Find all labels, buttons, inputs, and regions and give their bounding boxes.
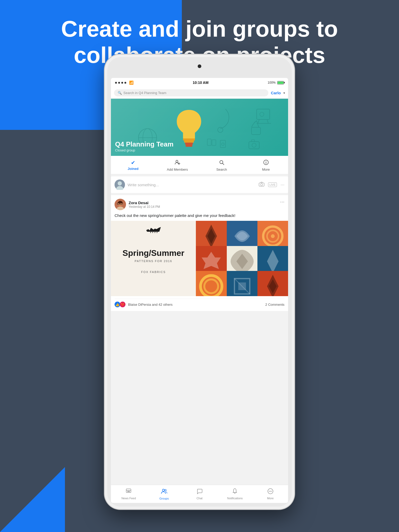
post-image-container: Spring/Summer PATTERNS FOR 2016 FOX FABR… [111,221,288,296]
post-image-right [196,221,288,296]
compose-placeholder[interactable]: Write something... [128,183,256,187]
feed-scroll[interactable]: Q4 Planning Team Closed group ✔︎ Joined [111,99,288,483]
post-menu-icon[interactable]: ··· [280,199,284,205]
pattern-cell-7 [196,271,227,296]
svg-point-28 [266,161,266,162]
feed-post: Zora Desai Yesterday at 10:14 PM ··· Che… [111,195,288,311]
post-author-details: Zora Desai Yesterday at 10:14 PM [129,201,160,209]
front-camera [198,64,201,68]
joined-label: Joined [128,167,138,171]
bottom-nav: News Feed Groups [111,485,288,503]
svg-point-21 [176,160,178,162]
comments-count[interactable]: 2 Comments [265,303,284,307]
svg-rect-11 [212,140,216,145]
live-compose-icon[interactable]: LIVE [268,182,277,187]
nav-chat[interactable]: Chat [182,485,217,503]
svg-rect-12 [249,142,259,149]
svg-rect-15 [220,140,225,148]
love-reaction: ❤️ [120,302,125,307]
search-button[interactable]: Search [200,159,244,171]
dots-compose-icon[interactable]: ··· [281,182,284,188]
svg-line-41 [152,232,153,233]
svg-rect-18 [184,141,194,143]
chevron-down-icon[interactable]: ▾ [283,91,285,95]
news-feed-icon [125,488,132,496]
svg-point-16 [222,143,224,145]
svg-point-30 [118,181,122,185]
nav-notifications-label: Notifications [227,497,243,500]
svg-point-62 [269,491,270,492]
nav-news-feed-label: News Feed [121,497,136,500]
user-name[interactable]: Carlo [271,91,281,95]
svg-point-51 [204,280,218,293]
svg-rect-5 [257,109,270,119]
pattern-cell-9 [257,271,288,296]
battery-area: 100% [268,81,284,84]
nav-notifications[interactable]: Notifications [217,485,252,503]
post-footer: 👍 ❤️ Blaise DiPersia and 42 others 2 Com… [115,299,284,307]
svg-rect-10 [207,139,211,145]
nav-more[interactable]: More [253,485,288,503]
svg-rect-4 [251,127,261,135]
ipad-device: 📶 10:10 AM 100% 🔍 Search [105,55,294,509]
compose-actions: LIVE ··· [259,182,284,188]
more-label: More [262,168,270,171]
nav-more-label: More [267,497,274,500]
svg-point-60 [165,489,166,491]
svg-point-3 [218,127,223,132]
add-members-label: Add Members [167,168,188,171]
reaction-icons: 👍 ❤️ [115,302,124,307]
author-avatar [115,199,126,210]
nav-groups[interactable]: Groups [146,485,182,503]
add-member-icon [175,159,180,167]
svg-point-9 [260,112,264,116]
status-time: 10:10 AM [193,81,209,85]
svg-line-43 [157,232,157,233]
svg-marker-49 [267,250,278,273]
svg-rect-20 [185,145,192,147]
groups-icon [161,488,168,496]
battery-icon [277,81,284,84]
nav-news-feed[interactable]: News Feed [111,485,146,503]
svg-rect-17 [183,138,195,141]
post-time: Yesterday at 10:14 PM [129,205,160,209]
svg-point-64 [271,491,272,492]
svg-point-48 [271,234,275,238]
signal-dot-1 [115,82,117,84]
signal-area: 📶 [115,81,134,85]
post-header: Zora Desai Yesterday at 10:14 PM ··· [115,199,284,210]
svg-line-7 [267,119,268,123]
reactions-area: 👍 ❤️ Blaise DiPersia and 42 others [115,302,172,307]
signal-dot-3 [121,82,123,84]
search-bar-row: 🔍 Search in Q4 Planning Team Carlo ▾ [111,87,288,99]
ipad-screen: 📶 10:10 AM 100% 🔍 Search [111,78,288,503]
svg-rect-19 [185,143,193,145]
battery-percent: 100% [268,81,276,84]
camera-compose-icon[interactable] [259,182,264,188]
post-image-subtitle: PATTERNS FOR 2016 [135,260,172,263]
svg-point-13 [252,143,256,147]
signal-dot-4 [124,82,126,84]
joined-button[interactable]: ✔︎ Joined [111,159,155,171]
nav-groups-label: Groups [159,497,169,500]
notifications-icon [232,488,238,496]
search-label: Search [216,168,227,171]
svg-rect-55 [126,489,131,493]
status-bar: 📶 10:10 AM 100% [111,78,288,87]
svg-point-59 [162,489,164,491]
add-members-button[interactable]: Add Members [155,159,200,171]
svg-rect-14 [251,140,255,142]
group-cover: Q4 Planning Team Closed group [111,99,288,156]
svg-line-52 [234,279,250,294]
signal-dot-2 [118,82,120,84]
more-button[interactable]: More [244,159,288,171]
svg-line-42 [155,232,155,233]
like-reaction: 👍 [115,302,120,307]
group-info: Q4 Planning Team Closed group [115,140,174,152]
compose-box[interactable]: Write something... LIVE ··· [111,176,288,193]
search-input[interactable]: 🔍 Search in Q4 Planning Team [114,89,268,96]
group-actions-bar: ✔︎ Joined Add Members [111,156,288,174]
post-text: Check out the new spring/summer palette … [115,213,284,218]
ipad-inner: 📶 10:10 AM 100% 🔍 Search [107,57,292,507]
post-author-info: Zora Desai Yesterday at 10:14 PM [115,199,160,210]
